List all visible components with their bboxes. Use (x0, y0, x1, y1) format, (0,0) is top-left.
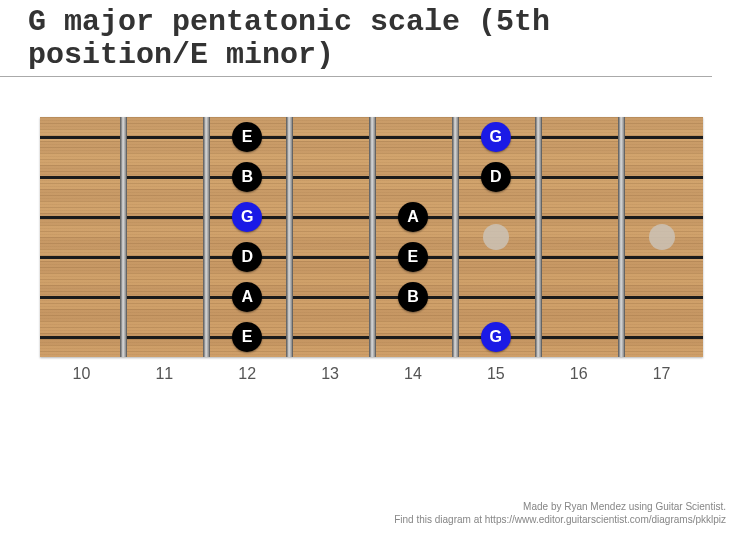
fret-wire (120, 117, 127, 357)
note-dot: B (398, 282, 428, 312)
note-dot: A (232, 282, 262, 312)
note-dot: A (398, 202, 428, 232)
fret-wire (369, 117, 376, 357)
fret-number: 13 (321, 365, 339, 383)
fret-wire (203, 117, 210, 357)
fret-wire (286, 117, 293, 357)
note-dot: G (232, 202, 262, 232)
note-dot: B (232, 162, 262, 192)
fret-wire (535, 117, 542, 357)
note-dot: D (481, 162, 511, 192)
fretboard: EGBDGADEABEG (40, 117, 703, 357)
note-dot: E (232, 122, 262, 152)
fret-number: 17 (653, 365, 671, 383)
diagram-title: G major pentatonic scale (5th position/E… (0, 0, 712, 77)
note-dot: G (481, 122, 511, 152)
fret-number-row: 1011121314151617 (40, 365, 703, 389)
note-dot: G (481, 322, 511, 352)
credit-text: Made by Ryan Mendez using Guitar Scienti… (394, 501, 726, 526)
fret-number: 16 (570, 365, 588, 383)
fret-wire (618, 117, 625, 357)
fret-number: 11 (155, 365, 173, 383)
fret-number: 12 (238, 365, 256, 383)
fret-marker-17 (649, 224, 675, 250)
note-dot: D (232, 242, 262, 272)
fretboard-diagram: EGBDGADEABEG (40, 117, 703, 357)
fret-number: 15 (487, 365, 505, 383)
fret-wire (452, 117, 459, 357)
fret-number: 10 (73, 365, 91, 383)
note-dot: E (398, 242, 428, 272)
note-dot: E (232, 322, 262, 352)
credit-line-2: Find this diagram at https://www.editor.… (394, 514, 726, 527)
credit-line-1: Made by Ryan Mendez using Guitar Scienti… (394, 501, 726, 514)
fret-number: 14 (404, 365, 422, 383)
fret-marker-15 (483, 224, 509, 250)
